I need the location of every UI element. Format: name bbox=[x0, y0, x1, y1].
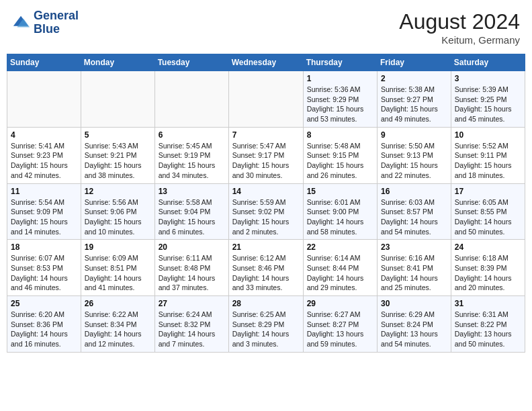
day-info: Sunrise: 5:47 AMSunset: 9:17 PMDaylight:… bbox=[232, 141, 300, 181]
calendar-cell: 9Sunrise: 5:50 AMSunset: 9:13 PMDaylight… bbox=[378, 127, 451, 183]
day-info: Sunrise: 5:38 AMSunset: 9:27 PMDaylight:… bbox=[381, 85, 447, 124]
calendar-week-row: 11Sunrise: 5:54 AMSunset: 9:09 PMDayligh… bbox=[7, 183, 525, 240]
day-info: Sunrise: 5:39 AMSunset: 9:25 PMDaylight:… bbox=[455, 85, 521, 124]
day-number: 22 bbox=[307, 242, 373, 252]
calendar-cell: 26Sunrise: 6:22 AMSunset: 8:34 PMDayligh… bbox=[81, 296, 154, 353]
calendar-cell: 30Sunrise: 6:29 AMSunset: 8:24 PMDayligh… bbox=[378, 296, 451, 353]
day-number: 25 bbox=[11, 299, 77, 308]
day-number: 14 bbox=[232, 187, 300, 196]
day-number: 18 bbox=[11, 242, 77, 252]
calendar-cell: 15Sunrise: 6:01 AMSunset: 9:00 PMDayligh… bbox=[303, 183, 377, 240]
calendar-cell: 17Sunrise: 6:05 AMSunset: 8:55 PMDayligh… bbox=[451, 183, 525, 240]
calendar-cell: 27Sunrise: 6:24 AMSunset: 8:32 PMDayligh… bbox=[154, 296, 228, 353]
day-number: 21 bbox=[232, 242, 300, 252]
day-info: Sunrise: 5:41 AMSunset: 9:23 PMDaylight:… bbox=[11, 141, 77, 181]
page-header: General Blue August 2024 Keitum, Germany bbox=[7, 7, 525, 48]
day-info: Sunrise: 5:43 AMSunset: 9:21 PMDaylight:… bbox=[85, 141, 151, 181]
day-number: 31 bbox=[455, 299, 521, 308]
weekday-header: Sunday bbox=[7, 54, 81, 71]
day-number: 23 bbox=[381, 242, 447, 252]
calendar-cell bbox=[154, 71, 228, 128]
logo-text: General Blue bbox=[34, 9, 79, 36]
day-info: Sunrise: 6:18 AMSunset: 8:39 PMDaylight:… bbox=[455, 253, 521, 293]
day-info: Sunrise: 6:27 AMSunset: 8:27 PMDaylight:… bbox=[307, 310, 373, 349]
day-number: 9 bbox=[381, 130, 447, 140]
day-info: Sunrise: 5:54 AMSunset: 9:09 PMDaylight:… bbox=[11, 197, 77, 237]
day-number: 27 bbox=[159, 299, 225, 308]
weekday-header: Thursday bbox=[303, 54, 377, 71]
calendar-cell: 16Sunrise: 6:03 AMSunset: 8:57 PMDayligh… bbox=[378, 183, 451, 240]
calendar-cell: 29Sunrise: 6:27 AMSunset: 8:27 PMDayligh… bbox=[303, 296, 377, 353]
day-number: 20 bbox=[159, 242, 225, 252]
logo: General Blue bbox=[12, 9, 79, 36]
weekday-row: SundayMondayTuesdayWednesdayThursdayFrid… bbox=[7, 54, 525, 71]
calendar-cell: 13Sunrise: 5:58 AMSunset: 9:04 PMDayligh… bbox=[154, 183, 228, 240]
calendar-cell: 3Sunrise: 5:39 AMSunset: 9:25 PMDaylight… bbox=[451, 71, 525, 128]
calendar-cell: 12Sunrise: 5:56 AMSunset: 9:06 PMDayligh… bbox=[81, 183, 154, 240]
location: Keitum, Germany bbox=[399, 34, 520, 46]
title-block: August 2024 Keitum, Germany bbox=[399, 9, 520, 46]
day-info: Sunrise: 6:29 AMSunset: 8:24 PMDaylight:… bbox=[381, 310, 447, 349]
day-number: 1 bbox=[307, 74, 373, 83]
day-info: Sunrise: 5:48 AMSunset: 9:15 PMDaylight:… bbox=[307, 141, 373, 181]
calendar-cell: 25Sunrise: 6:20 AMSunset: 8:36 PMDayligh… bbox=[7, 296, 81, 353]
calendar-body: 1Sunrise: 5:36 AMSunset: 9:29 PMDaylight… bbox=[7, 71, 525, 353]
day-info: Sunrise: 5:58 AMSunset: 9:04 PMDaylight:… bbox=[159, 197, 225, 237]
day-info: Sunrise: 6:09 AMSunset: 8:51 PMDaylight:… bbox=[85, 253, 151, 293]
calendar-cell: 14Sunrise: 5:59 AMSunset: 9:02 PMDayligh… bbox=[228, 183, 303, 240]
day-info: Sunrise: 6:24 AMSunset: 8:32 PMDaylight:… bbox=[159, 310, 225, 349]
day-number: 28 bbox=[232, 299, 300, 308]
day-number: 30 bbox=[381, 299, 447, 308]
day-info: Sunrise: 6:05 AMSunset: 8:55 PMDaylight:… bbox=[455, 197, 521, 237]
day-info: Sunrise: 6:20 AMSunset: 8:36 PMDaylight:… bbox=[11, 310, 77, 349]
logo-line2: Blue bbox=[34, 23, 79, 36]
day-number: 7 bbox=[232, 130, 300, 140]
day-number: 15 bbox=[307, 187, 373, 196]
day-info: Sunrise: 6:25 AMSunset: 8:29 PMDaylight:… bbox=[232, 310, 300, 349]
day-number: 4 bbox=[11, 130, 77, 140]
day-number: 11 bbox=[11, 187, 77, 196]
calendar-cell: 22Sunrise: 6:14 AMSunset: 8:44 PMDayligh… bbox=[303, 240, 377, 296]
day-info: Sunrise: 5:59 AMSunset: 9:02 PMDaylight:… bbox=[232, 197, 300, 237]
calendar-week-row: 25Sunrise: 6:20 AMSunset: 8:36 PMDayligh… bbox=[7, 296, 525, 353]
calendar-cell: 7Sunrise: 5:47 AMSunset: 9:17 PMDaylight… bbox=[228, 127, 303, 183]
day-info: Sunrise: 6:14 AMSunset: 8:44 PMDaylight:… bbox=[307, 253, 373, 293]
calendar-cell bbox=[81, 71, 154, 128]
weekday-header: Monday bbox=[81, 54, 154, 71]
day-number: 13 bbox=[159, 187, 225, 196]
day-info: Sunrise: 6:11 AMSunset: 8:48 PMDaylight:… bbox=[159, 253, 225, 293]
calendar-cell: 4Sunrise: 5:41 AMSunset: 9:23 PMDaylight… bbox=[7, 127, 81, 183]
day-number: 3 bbox=[455, 74, 521, 83]
calendar-cell: 28Sunrise: 6:25 AMSunset: 8:29 PMDayligh… bbox=[228, 296, 303, 353]
calendar-cell: 20Sunrise: 6:11 AMSunset: 8:48 PMDayligh… bbox=[154, 240, 228, 296]
calendar-header: SundayMondayTuesdayWednesdayThursdayFrid… bbox=[7, 54, 525, 71]
day-number: 8 bbox=[307, 130, 373, 140]
day-info: Sunrise: 5:50 AMSunset: 9:13 PMDaylight:… bbox=[381, 141, 447, 181]
day-number: 26 bbox=[85, 299, 151, 308]
day-info: Sunrise: 5:52 AMSunset: 9:11 PMDaylight:… bbox=[455, 141, 521, 181]
calendar-cell: 2Sunrise: 5:38 AMSunset: 9:27 PMDaylight… bbox=[378, 71, 451, 128]
day-info: Sunrise: 5:56 AMSunset: 9:06 PMDaylight:… bbox=[85, 197, 151, 237]
day-number: 12 bbox=[85, 187, 151, 196]
calendar-cell: 18Sunrise: 6:07 AMSunset: 8:53 PMDayligh… bbox=[7, 240, 81, 296]
calendar-cell: 11Sunrise: 5:54 AMSunset: 9:09 PMDayligh… bbox=[7, 183, 81, 240]
calendar-week-row: 18Sunrise: 6:07 AMSunset: 8:53 PMDayligh… bbox=[7, 240, 525, 296]
day-number: 16 bbox=[381, 187, 447, 196]
day-info: Sunrise: 6:12 AMSunset: 8:46 PMDaylight:… bbox=[232, 253, 300, 293]
day-info: Sunrise: 5:36 AMSunset: 9:29 PMDaylight:… bbox=[307, 85, 373, 124]
calendar-cell bbox=[7, 71, 81, 128]
weekday-header: Friday bbox=[378, 54, 451, 71]
day-info: Sunrise: 6:16 AMSunset: 8:41 PMDaylight:… bbox=[381, 253, 447, 293]
calendar-cell: 21Sunrise: 6:12 AMSunset: 8:46 PMDayligh… bbox=[228, 240, 303, 296]
calendar-cell: 31Sunrise: 6:31 AMSunset: 8:22 PMDayligh… bbox=[451, 296, 525, 353]
day-number: 17 bbox=[455, 187, 521, 196]
day-number: 6 bbox=[159, 130, 225, 140]
day-info: Sunrise: 6:22 AMSunset: 8:34 PMDaylight:… bbox=[85, 310, 151, 349]
calendar-table: SundayMondayTuesdayWednesdayThursdayFrid… bbox=[7, 54, 525, 353]
calendar-cell: 5Sunrise: 5:43 AMSunset: 9:21 PMDaylight… bbox=[81, 127, 154, 183]
weekday-header: Wednesday bbox=[228, 54, 303, 71]
weekday-header: Saturday bbox=[451, 54, 525, 71]
day-number: 2 bbox=[381, 74, 447, 83]
day-info: Sunrise: 6:31 AMSunset: 8:22 PMDaylight:… bbox=[455, 310, 521, 349]
calendar-cell: 24Sunrise: 6:18 AMSunset: 8:39 PMDayligh… bbox=[451, 240, 525, 296]
